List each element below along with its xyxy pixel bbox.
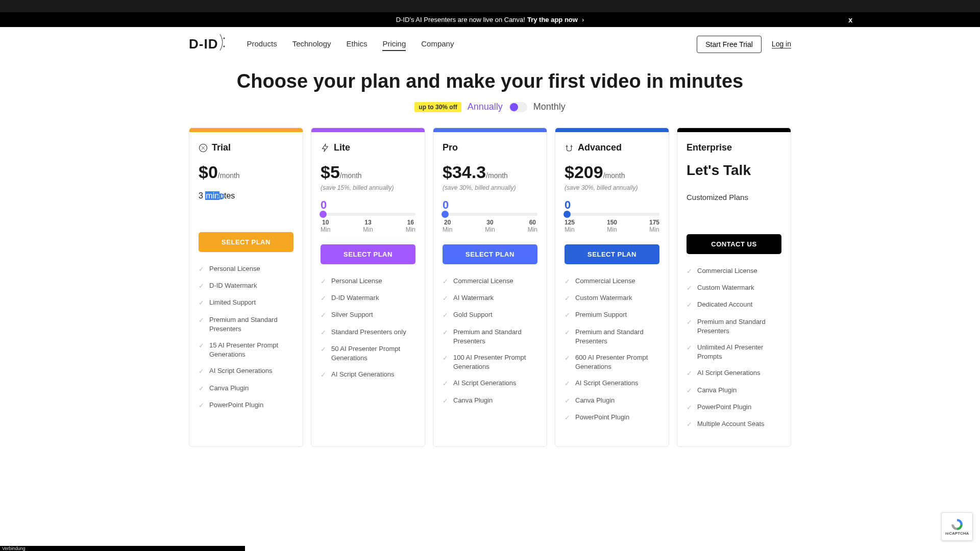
check-icon: ✓ [443,277,448,286]
select-plan-advanced-button[interactable]: SELECT PLAN [565,244,659,264]
slider-option[interactable]: 20Min [443,219,452,233]
feature-item: ✓Multiple Account Seats [687,419,781,429]
feature-item: ✓Standard Presenters only [321,328,415,337]
nav-ethics[interactable]: Ethics [347,37,368,51]
slider-option[interactable]: 60Min [528,219,537,233]
plan-period: /month [218,171,240,180]
slider-thumb[interactable] [320,211,327,218]
contact-us-button[interactable]: CONTACT US [687,234,781,254]
feature-item: ✓PowerPoint Plugin [565,413,659,422]
svg-point-1 [224,46,225,47]
feature-item: ✓Silver Support [321,310,415,320]
feature-item: ✓PowerPoint Plugin [687,403,781,412]
nav-products[interactable]: Products [247,37,277,51]
minutes-slider[interactable]: 0 10Min13Min16Min [321,198,415,233]
billing-toggle-switch[interactable] [509,102,527,112]
feature-item: ✓D-ID Watermark [199,281,293,291]
feature-item: ✓Personal License [199,264,293,274]
check-icon: ✓ [443,328,448,337]
feature-item: ✓Custom Watermark [687,283,781,293]
plan-advanced: Advanced $209/month (save 30%, billed an… [555,128,669,447]
slider-option[interactable]: 175Min [649,219,659,233]
feature-text: Standard Presenters only [331,328,406,337]
slider-option[interactable]: 10Min [321,219,330,233]
feature-text: AI Script Generations [575,379,639,388]
logo-text: D-ID [189,36,218,52]
plan-name: Lite [334,142,350,153]
check-icon: ✓ [687,420,692,429]
check-icon: ✓ [443,354,448,363]
slider-option-num: 10 [321,219,330,226]
minutes-slider[interactable]: 0 20Min30Min60Min [443,198,537,233]
select-plan-trial-button[interactable]: SELECT PLAN [199,232,293,252]
feature-item: ✓AI Watermark [443,293,537,303]
login-link[interactable]: Log in [772,40,791,48]
feature-item: ✓15 AI Presenter Prompt Generations [199,341,293,359]
slider-option-unit: Min [649,226,659,233]
feature-item: ✓50 AI Presenter Prompt Generations [321,344,415,363]
check-icon: ✓ [199,316,204,325]
minutes-slider[interactable]: 0 125Min150Min175Min [565,198,659,233]
feature-item: ✓Gold Support [443,310,537,320]
logo[interactable]: D-ID [189,33,226,55]
feature-item: ✓Unlimited AI Presenter Prompts [687,343,781,361]
slider-value: 0 [443,198,537,212]
check-icon: ✓ [565,379,570,388]
slider-option[interactable]: 30Min [485,219,495,233]
feature-text: PowerPoint Plugin [209,400,263,410]
slider-option[interactable]: 125Min [565,219,575,233]
select-plan-pro-button[interactable]: SELECT PLAN [443,244,537,264]
billing-annually-label[interactable]: Annually [468,102,503,112]
check-icon: ✓ [687,318,692,327]
slider-thumb[interactable] [564,211,571,218]
start-free-trial-button[interactable]: Start Free Trial [697,36,762,53]
feature-item: ✓Canva Plugin [565,396,659,406]
plan-name: Advanced [578,142,622,153]
slider-option-num: 13 [363,219,373,226]
announcement-text: D-ID's AI Presenters are now live on Can… [396,16,525,23]
feature-text: AI Script Generations [209,366,273,375]
plan-enterprise: Enterprise Let's Talk Customized Plans C… [677,128,791,447]
feature-text: Canva Plugin [697,386,737,395]
plan-stripe [555,128,669,132]
slider-option-num: 30 [485,219,495,226]
check-icon: ✓ [321,294,326,303]
plan-savings: (save 15%, billed annually) [321,184,415,191]
billing-monthly-label[interactable]: Monthly [533,102,566,112]
slider-thumb[interactable] [442,211,449,218]
slider-option-unit: Min [363,226,373,233]
slider-option-num: 150 [607,219,617,226]
enterprise-sub: Customized Plans [687,193,781,202]
check-icon: ✓ [199,401,204,410]
select-plan-lite-button[interactable]: SELECT PLAN [321,244,415,264]
feature-text: PowerPoint Plugin [575,413,629,422]
announcement-cta[interactable]: Try the app now [527,16,578,23]
browser-top-bar [0,0,980,12]
nav-pricing[interactable]: Pricing [382,37,406,51]
feature-text: AI Watermark [453,293,494,303]
feature-item: ✓600 AI Presenter Prompt Generations [565,353,659,371]
check-icon: ✓ [199,341,204,350]
slider-option[interactable]: 150Min [607,219,617,233]
plan-features: ✓Commercial License✓AI Watermark✓Gold Su… [443,277,537,413]
plan-period: /month [603,171,625,180]
billing-toggle: up to 30% off Annually Monthly [0,102,980,112]
slider-option-num: 20 [443,219,452,226]
feature-text: Custom Watermark [575,293,632,303]
slider-option[interactable]: 16Min [406,219,415,233]
nav-company[interactable]: Company [421,37,454,51]
feature-item: ✓Premium and Standard Presenters [687,317,781,336]
plan-period: /month [486,171,508,180]
feature-text: D-ID Watermark [209,281,257,290]
slider-option[interactable]: 13Min [363,219,373,233]
feature-item: ✓Canva Plugin [687,386,781,395]
feature-text: Limited Support [209,298,256,307]
feature-item: ✓Commercial License [443,277,537,286]
check-icon: ✓ [687,300,692,310]
feature-item: ✓D-ID Watermark [321,293,415,303]
plan-price: $209 [565,162,603,182]
toggle-knob [510,103,518,111]
nav-technology[interactable]: Technology [292,37,331,51]
announcement-close-button[interactable]: x [848,16,852,24]
feature-item: ✓Custom Watermark [565,293,659,303]
